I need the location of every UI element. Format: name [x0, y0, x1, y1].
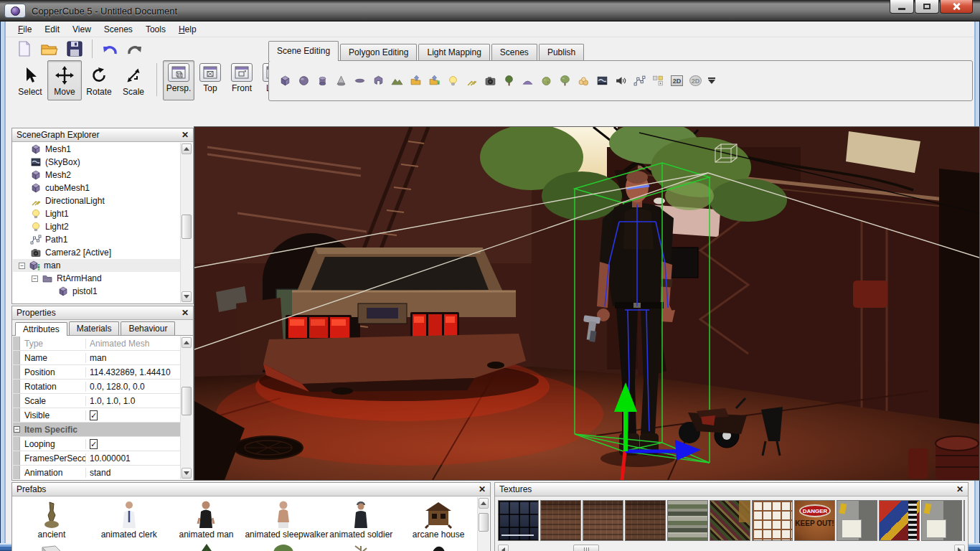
scenegraph-close-icon[interactable]: ✕: [182, 131, 189, 139]
insert-cylinder-icon[interactable]: [316, 75, 329, 87]
open-button[interactable]: [39, 39, 60, 59]
viewport-3d[interactable]: [194, 126, 980, 481]
tab-attributes[interactable]: Attributes: [15, 322, 67, 336]
view-top-button[interactable]: Top: [194, 60, 226, 100]
insert-plane-icon[interactable]: [354, 75, 366, 87]
tab-scenes[interactable]: Scenes: [491, 44, 537, 61]
scenegraph-item-pistol1[interactable]: pistol1: [13, 285, 180, 298]
close-button[interactable]: [940, 0, 973, 14]
prefab-billboard-tree-1[interactable]: billboard tree 1: [168, 540, 245, 551]
insert-path-icon[interactable]: [633, 75, 646, 87]
scroll-thumb[interactable]: [182, 215, 192, 239]
texture-brick-wall-1[interactable]: [540, 500, 581, 541]
tool-move-button[interactable]: Move: [47, 60, 82, 100]
texture-dark-door[interactable]: [498, 500, 539, 541]
tool-select-button[interactable]: Select: [13, 60, 47, 100]
prefabs-scrollbar[interactable]: [477, 497, 489, 551]
insert-directional-light-icon[interactable]: [466, 75, 478, 87]
insert-2d-overlay-icon[interactable]: 2D: [671, 75, 683, 86]
texture-danger-sign[interactable]: DANGER KEEP OUT!: [794, 500, 835, 541]
collapse-icon[interactable]: −: [14, 426, 20, 433]
texture-camo-noise[interactable]: [710, 500, 750, 541]
scroll-down-icon[interactable]: [182, 468, 192, 479]
prefab-arcane-house[interactable]: arcane house: [400, 497, 477, 540]
tab-light-mapping[interactable]: Light Mapping: [418, 44, 489, 61]
insert-big-tree-icon[interactable]: [559, 75, 571, 87]
tab-publish[interactable]: Publish: [539, 44, 584, 61]
scroll-thumb[interactable]: [182, 387, 192, 415]
texture-machine-panel[interactable]: [963, 500, 965, 541]
import-mesh-icon[interactable]: [410, 75, 422, 87]
insert-sphere-icon[interactable]: [298, 75, 310, 87]
scenegraph-item-cubemesh1[interactable]: cubeMesh1: [13, 182, 180, 194]
menu-edit[interactable]: Edit: [38, 23, 66, 36]
insert-camera-icon[interactable]: [484, 75, 496, 87]
tab-behaviour[interactable]: Behaviour: [121, 321, 175, 335]
tool-rotate-button[interactable]: Rotate: [82, 60, 116, 100]
scenegraph-item-directionallight[interactable]: DirectionalLight: [13, 194, 180, 207]
tab-polygon-editing[interactable]: Polygon Editing: [340, 44, 417, 61]
scenegraph-item-camera2[interactable]: Camera2 [Active]: [13, 246, 180, 259]
texture-metal-panel-1[interactable]: [837, 500, 877, 541]
scenegraph-item-mesh2[interactable]: Mesh2: [13, 169, 180, 182]
scroll-up-icon[interactable]: [479, 498, 489, 509]
scenegraph-item-rtarmhand[interactable]: − RtArmHand: [13, 272, 180, 285]
redo-button[interactable]: [125, 39, 145, 59]
prefabs-close-icon[interactable]: ✕: [479, 485, 486, 494]
insert-cone-icon[interactable]: [335, 75, 347, 87]
undo-button[interactable]: [100, 39, 120, 59]
insert-overlay-icon[interactable]: [652, 75, 664, 87]
prefab-animated-man[interactable]: animated man: [168, 497, 245, 540]
prefab-billboard-tree-3[interactable]: billboard tree 3: [322, 540, 400, 551]
insert-hill-icon[interactable]: [522, 75, 534, 87]
scroll-right-icon[interactable]: [954, 545, 965, 551]
menu-file[interactable]: File: [11, 23, 38, 36]
maximize-button[interactable]: [915, 0, 939, 14]
minimize-button[interactable]: [890, 0, 914, 14]
new-document-button[interactable]: [14, 39, 34, 59]
tool-scale-button[interactable]: Scale: [116, 60, 151, 100]
scenegraph-item-light1[interactable]: Light1: [13, 207, 180, 220]
scroll-thumb[interactable]: [573, 545, 599, 551]
app-icon-pill[interactable]: [4, 4, 26, 18]
texture-brick-wall-3[interactable]: [625, 500, 666, 541]
prefab-animated-sleepwalker[interactable]: animated sleepwalker: [245, 497, 322, 540]
scroll-up-icon[interactable]: [182, 143, 192, 154]
prefab-bicycle[interactable]: bicycle: [90, 540, 168, 551]
prefab-chair[interactable]: chair: [13, 540, 90, 551]
tab-materials[interactable]: Materials: [69, 321, 120, 335]
properties-close-icon[interactable]: ✕: [182, 309, 189, 317]
tab-scene-editing[interactable]: Scene Editing: [268, 41, 339, 61]
texture-window-grid[interactable]: [752, 500, 793, 541]
collapse-icon[interactable]: −: [32, 276, 38, 282]
scenegraph-item-man[interactable]: − man: [13, 259, 180, 272]
insert-stones-icon[interactable]: [578, 75, 590, 87]
scenegraph-scrollbar[interactable]: [180, 143, 192, 303]
menu-help[interactable]: Help: [172, 23, 203, 36]
prefab-billboard-tree-2[interactable]: billboard tree 2: [245, 540, 322, 551]
menu-tools[interactable]: Tools: [139, 23, 172, 36]
prefab-black-tree[interactable]: black tree: [400, 540, 477, 551]
menu-scenes[interactable]: Scenes: [98, 23, 139, 36]
texture-metal-siding[interactable]: [667, 500, 708, 541]
scroll-up-icon[interactable]: [182, 337, 192, 348]
texture-brick-wall-2[interactable]: [583, 500, 623, 541]
visible-checkbox[interactable]: ✓: [90, 410, 98, 420]
scroll-down-icon[interactable]: [182, 291, 192, 302]
insert-bush-icon[interactable]: [540, 75, 552, 87]
insert-room-icon[interactable]: [372, 75, 385, 87]
insert-skybox-icon[interactable]: [596, 75, 608, 87]
scenegraph-item-mesh1[interactable]: Mesh1: [13, 143, 180, 156]
scenegraph-item-skybox[interactable]: (SkyBox): [13, 156, 180, 169]
textures-close-icon[interactable]: ✕: [956, 485, 963, 494]
view-persp-button[interactable]: Persp.: [163, 60, 194, 100]
insert-cube-icon[interactable]: [279, 75, 291, 87]
property-group-item-specific[interactable]: − Item Specific: [13, 423, 180, 437]
insert-terrain-icon[interactable]: [391, 75, 403, 87]
import-animated-mesh-icon[interactable]: [428, 75, 440, 87]
collapse-icon[interactable]: −: [19, 263, 25, 269]
prefab-ancient[interactable]: ancient: [13, 497, 90, 540]
insert-sound-icon[interactable]: [615, 75, 627, 87]
scenegraph-item-path1[interactable]: Path1: [13, 233, 180, 246]
texture-metal-panel-2[interactable]: [921, 500, 962, 541]
